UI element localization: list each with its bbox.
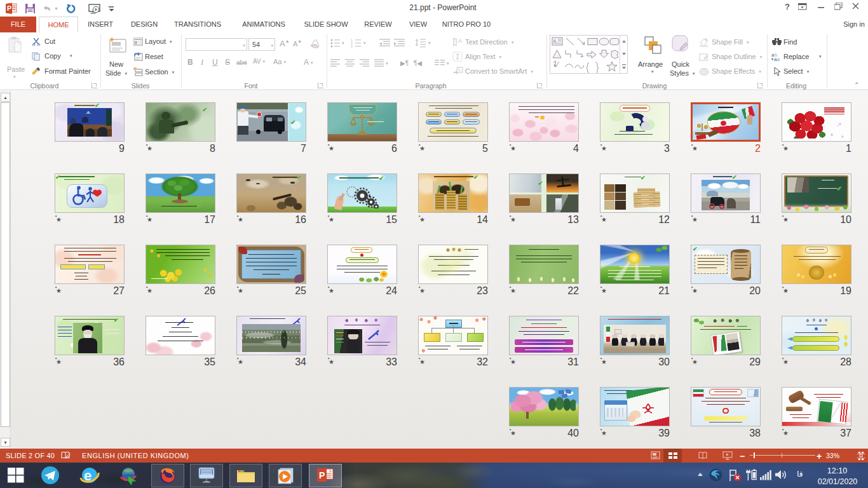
svg-text:P: P	[319, 470, 325, 480]
svg-text:A: A	[458, 37, 462, 44]
svg-text:A: A	[553, 39, 557, 43]
svg-text:3: 3	[351, 44, 353, 48]
svg-text:c: c	[777, 57, 780, 62]
